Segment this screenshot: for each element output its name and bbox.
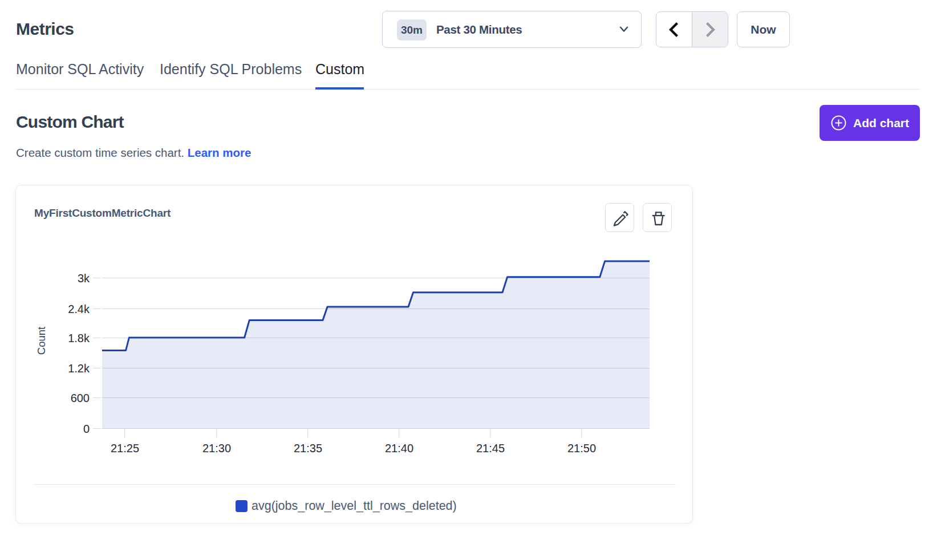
svg-text:3k: 3k [78, 272, 90, 285]
svg-text:1.2k: 1.2k [68, 362, 90, 375]
svg-text:21:40: 21:40 [385, 442, 413, 455]
svg-text:0: 0 [83, 423, 90, 435]
svg-text:Count: Count [35, 327, 47, 355]
svg-text:2.4k: 2.4k [68, 303, 90, 315]
svg-text:21:30: 21:30 [202, 442, 231, 455]
svg-text:21:35: 21:35 [294, 442, 322, 455]
svg-text:1.8k: 1.8k [68, 332, 90, 344]
svg-text:21:45: 21:45 [476, 442, 505, 455]
svg-text:600: 600 [71, 392, 90, 404]
svg-text:21:25: 21:25 [111, 442, 139, 455]
svg-text:21:50: 21:50 [567, 442, 596, 455]
